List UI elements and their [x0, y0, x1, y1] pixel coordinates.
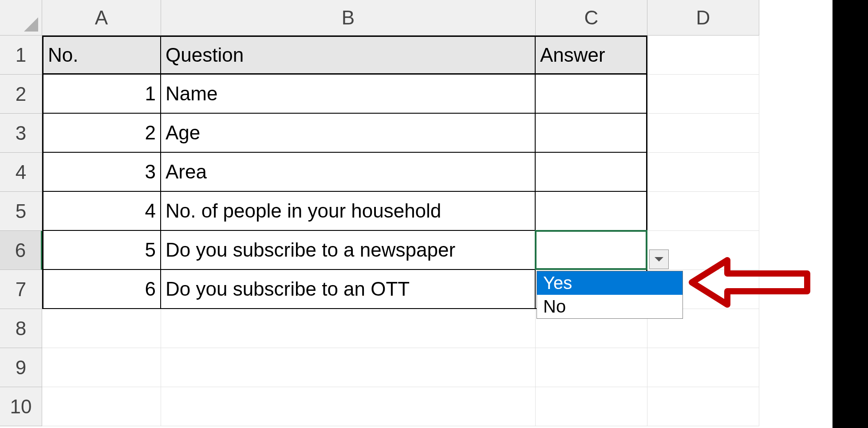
cell-C6[interactable]	[536, 231, 647, 270]
annotation-arrow-left-icon	[687, 256, 816, 309]
cell-A8[interactable]	[42, 309, 161, 348]
row-header-1[interactable]: 1	[0, 36, 42, 75]
cell-A2[interactable]: 1	[42, 75, 161, 114]
spreadsheet-view: ABCD 12345678910 No.QuestionAnswer1Name2…	[0, 0, 868, 428]
cell-D10[interactable]	[647, 387, 759, 426]
data-validation-dropdown-list[interactable]: YesNo	[537, 271, 683, 319]
cell-A7[interactable]: 6	[42, 270, 161, 309]
cell-A4[interactable]: 3	[42, 153, 161, 192]
cell-B4[interactable]: Area	[161, 153, 536, 192]
cell-A10[interactable]	[42, 387, 161, 426]
cell-A6[interactable]: 5	[42, 231, 161, 270]
row-header-6[interactable]: 6	[0, 231, 42, 270]
cell-B10[interactable]	[161, 387, 536, 426]
row-header-8[interactable]: 8	[0, 309, 42, 348]
cell-D5[interactable]	[647, 192, 759, 231]
cell-C10[interactable]	[536, 387, 647, 426]
cell-D9[interactable]	[647, 348, 759, 387]
cell-B1[interactable]: Question	[161, 36, 536, 75]
row-header-5[interactable]: 5	[0, 192, 42, 231]
cell-B5[interactable]: No. of people in your household	[161, 192, 536, 231]
cell-B3[interactable]: Age	[161, 114, 536, 153]
cell-B9[interactable]	[161, 348, 536, 387]
data-validation-dropdown-button[interactable]	[649, 250, 669, 269]
cell-C9[interactable]	[536, 348, 647, 387]
cell-C1[interactable]: Answer	[536, 36, 647, 75]
crop-edge	[832, 0, 868, 428]
select-all-corner[interactable]	[0, 0, 42, 36]
cell-C2[interactable]	[536, 75, 647, 114]
cell-B8[interactable]	[161, 309, 536, 348]
row-header-2[interactable]: 2	[0, 75, 42, 114]
cell-A3[interactable]: 2	[42, 114, 161, 153]
column-header-C[interactable]: C	[536, 0, 647, 36]
row-header-7[interactable]: 7	[0, 270, 42, 309]
cell-A5[interactable]: 4	[42, 192, 161, 231]
row-header-4[interactable]: 4	[0, 153, 42, 192]
row-header-10[interactable]: 10	[0, 387, 42, 426]
cell-B6[interactable]: Do you subscribe to a newspaper	[161, 231, 536, 270]
column-header-A[interactable]: A	[42, 0, 161, 36]
row-header-9[interactable]: 9	[0, 348, 42, 387]
cell-D2[interactable]	[647, 75, 759, 114]
cell-B2[interactable]: Name	[161, 75, 536, 114]
cell-A1[interactable]: No.	[42, 36, 161, 75]
dropdown-option-no[interactable]: No	[537, 295, 683, 318]
cell-D3[interactable]	[647, 114, 759, 153]
cell-C4[interactable]	[536, 153, 647, 192]
cell-D4[interactable]	[647, 153, 759, 192]
cell-C5[interactable]	[536, 192, 647, 231]
dropdown-option-yes[interactable]: Yes	[537, 271, 683, 295]
cell-C3[interactable]	[536, 114, 647, 153]
cell-D1[interactable]	[647, 36, 759, 75]
row-header-3[interactable]: 3	[0, 114, 42, 153]
column-header-B[interactable]: B	[161, 0, 536, 36]
column-header-D[interactable]: D	[647, 0, 759, 36]
cell-A9[interactable]	[42, 348, 161, 387]
cell-B7[interactable]: Do you subscribe to an OTT	[161, 270, 536, 309]
